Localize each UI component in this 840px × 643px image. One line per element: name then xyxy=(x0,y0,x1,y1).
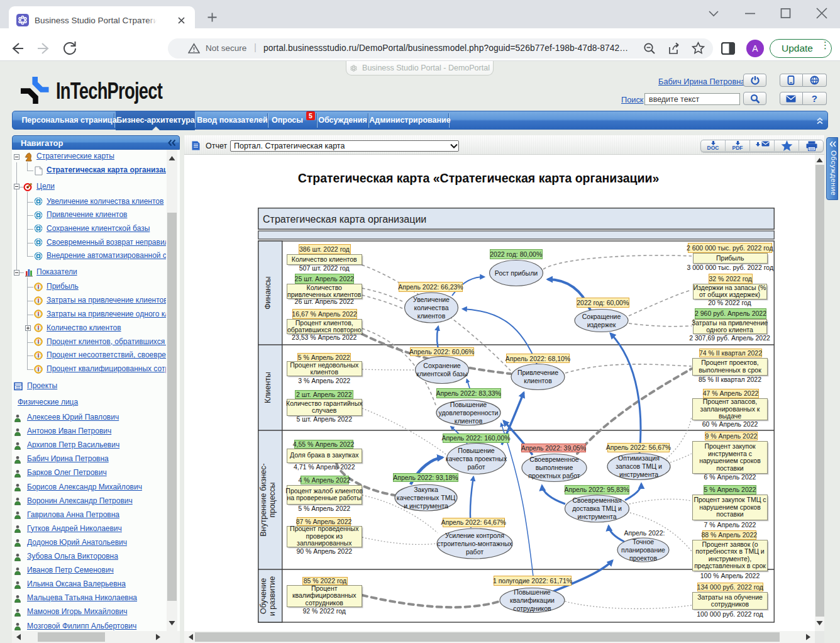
svg-text:Финансы: Финансы xyxy=(263,276,272,309)
svg-text:Обучение: Обучение xyxy=(259,578,268,614)
svg-text:и развитие: и развитие xyxy=(268,576,277,616)
svg-text:Стратегическая карта организац: Стратегическая карта организации xyxy=(263,214,426,225)
svg-text:Клиенты: Клиенты xyxy=(263,372,272,403)
svg-text:Внутренние бизнес-: Внутренние бизнес- xyxy=(259,463,268,536)
svg-text:процессы: процессы xyxy=(268,482,277,517)
